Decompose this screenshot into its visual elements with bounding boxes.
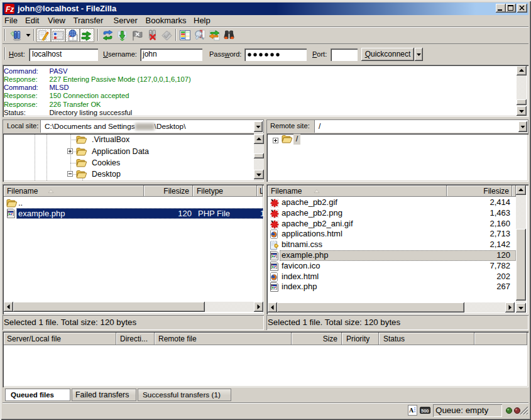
svg-text:500: 500: [421, 408, 429, 414]
svg-text:A: A: [409, 407, 414, 414]
svg-text:Fz: Fz: [6, 5, 14, 14]
